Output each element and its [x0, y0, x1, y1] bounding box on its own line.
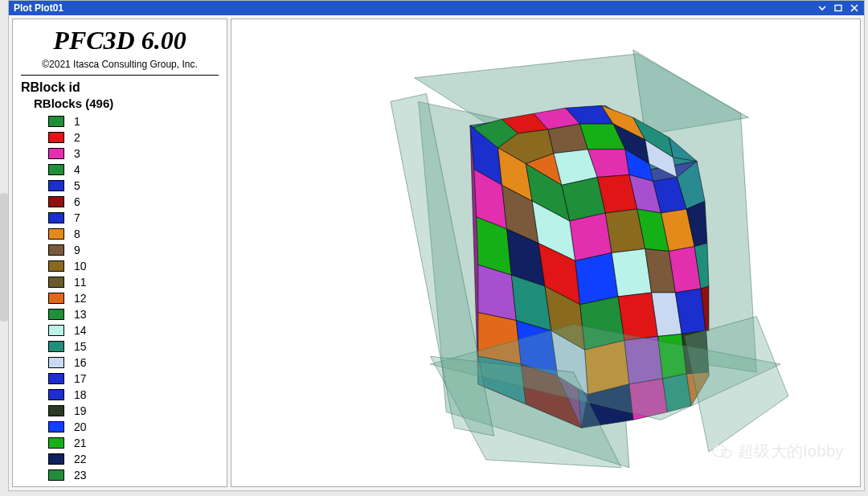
- titlebar[interactable]: Plot Plot01: [9, 1, 864, 15]
- titlebar-text: Plot Plot01: [14, 2, 817, 14]
- svg-point-66: [722, 449, 731, 457]
- legend-swatch: [48, 212, 64, 223]
- legend-item: 8: [48, 226, 219, 242]
- copyright: ©2021 Itasca Consulting Group, Inc.: [21, 59, 219, 70]
- legend-id-label: 13: [74, 308, 87, 321]
- legend-id-label: 20: [74, 420, 87, 433]
- legend-item: 3: [48, 146, 219, 162]
- legend-item: 16: [48, 355, 219, 371]
- legend-swatch: [48, 421, 64, 432]
- legend-item: 5: [48, 178, 219, 194]
- legend-swatch: [48, 244, 64, 256]
- legend-swatch: [48, 357, 64, 368]
- legend-item: 19: [48, 403, 219, 419]
- legend-id-label: 11: [74, 276, 87, 289]
- legend-item: 13: [48, 306, 219, 322]
- legend-swatch: [48, 437, 64, 449]
- render-canvas: [231, 19, 860, 486]
- legend-id-label: 5: [74, 179, 80, 192]
- legend-id-label: 21: [74, 437, 87, 449]
- legend-swatch: [48, 389, 64, 400]
- legend-swatch: [48, 164, 64, 175]
- wall-plane: [685, 317, 788, 452]
- svg-marker-36: [618, 293, 657, 340]
- legend-id-label: 2: [74, 131, 80, 144]
- legend-id-label: 12: [74, 292, 87, 305]
- legend-item: 4: [48, 162, 219, 178]
- legend-swatch: [48, 325, 64, 336]
- legend-id-label: 4: [74, 163, 80, 176]
- close-icon[interactable]: [850, 3, 859, 13]
- legend-swatch: [48, 453, 64, 465]
- legend-id-label: 18: [74, 388, 87, 401]
- legend-subtitle: RBlocks (496): [34, 96, 219, 110]
- legend-item: 7: [48, 210, 219, 226]
- svg-point-65: [713, 445, 726, 457]
- legend-item: 15: [48, 338, 219, 355]
- divider: [21, 75, 219, 76]
- svg-point-67: [716, 449, 718, 450]
- app-title: PFC3D 6.00: [21, 26, 219, 55]
- legend-item: 6: [48, 194, 219, 210]
- legend-swatch: [48, 116, 64, 127]
- legend-id-label: 3: [74, 147, 80, 160]
- legend-id-label: 16: [74, 356, 87, 369]
- legend-swatch: [48, 469, 64, 481]
- legend-swatch: [48, 196, 64, 207]
- legend-item: 2: [48, 129, 219, 146]
- legend-item: 14: [48, 322, 219, 338]
- legend-item: 9: [48, 242, 219, 258]
- viewport-3d[interactable]: 超级大的lobby: [231, 18, 861, 487]
- legend-item: 12: [48, 290, 219, 306]
- svg-marker-31: [612, 249, 651, 297]
- legend-swatch: [48, 260, 64, 272]
- svg-point-69: [724, 452, 726, 453]
- window-controls: [817, 3, 859, 13]
- legend-item: 11: [48, 274, 219, 290]
- legend-title: RBlock id: [21, 80, 219, 95]
- legend-swatch: [48, 180, 64, 191]
- svg-rect-0: [835, 6, 841, 11]
- svg-marker-30: [575, 253, 618, 305]
- legend-swatch: [48, 341, 64, 352]
- watermark: 超级大的lobby: [712, 441, 844, 462]
- legend-id-label: 15: [74, 340, 87, 353]
- legend-item: 17: [48, 371, 219, 387]
- outer-scrollbar-thumb[interactable]: [0, 193, 8, 322]
- plot-window: Plot Plot01 PFC3D 6.00 ©2021 Itasca Cons…: [8, 0, 865, 491]
- legend-id-label: 9: [74, 244, 80, 256]
- svg-point-70: [727, 452, 729, 453]
- legend-item: 23: [48, 467, 219, 483]
- legend-swatch: [48, 309, 64, 320]
- legend-swatch: [48, 373, 64, 384]
- maximize-icon[interactable]: [833, 3, 843, 13]
- legend-item: 20: [48, 419, 219, 435]
- legend-item: 21: [48, 435, 219, 451]
- collapse-icon[interactable]: [817, 3, 827, 13]
- legend-swatch: [48, 228, 64, 240]
- legend-swatch: [48, 293, 64, 304]
- legend-panel: PFC3D 6.00 ©2021 Itasca Consulting Group…: [12, 18, 227, 487]
- legend-swatch: [48, 405, 64, 416]
- svg-point-68: [720, 449, 722, 450]
- legend-id-label: 22: [74, 453, 87, 465]
- legend-id-label: 23: [74, 469, 87, 482]
- legend-id-label: 7: [74, 211, 80, 224]
- legend-id-label: 14: [74, 324, 87, 337]
- legend-id-label: 8: [74, 228, 80, 240]
- watermark-text: 超级大的lobby: [738, 441, 844, 462]
- legend-item: 18: [48, 387, 219, 403]
- legend-swatch: [48, 148, 64, 159]
- svg-marker-25: [570, 213, 612, 260]
- legend-item: 10: [48, 258, 219, 274]
- legend-swatch: [48, 132, 64, 143]
- legend-id-label: 10: [74, 260, 87, 273]
- legend-items: 1234567891011121314151617181920212223: [48, 113, 219, 483]
- legend-id-label: 6: [74, 195, 80, 208]
- legend-item: 22: [48, 451, 219, 467]
- legend-swatch: [48, 277, 64, 288]
- plot-area: PFC3D 6.00 ©2021 Itasca Consulting Group…: [9, 15, 864, 490]
- wechat-icon: [712, 443, 733, 461]
- legend-id-label: 17: [74, 372, 87, 385]
- legend-id-label: 1: [74, 115, 80, 128]
